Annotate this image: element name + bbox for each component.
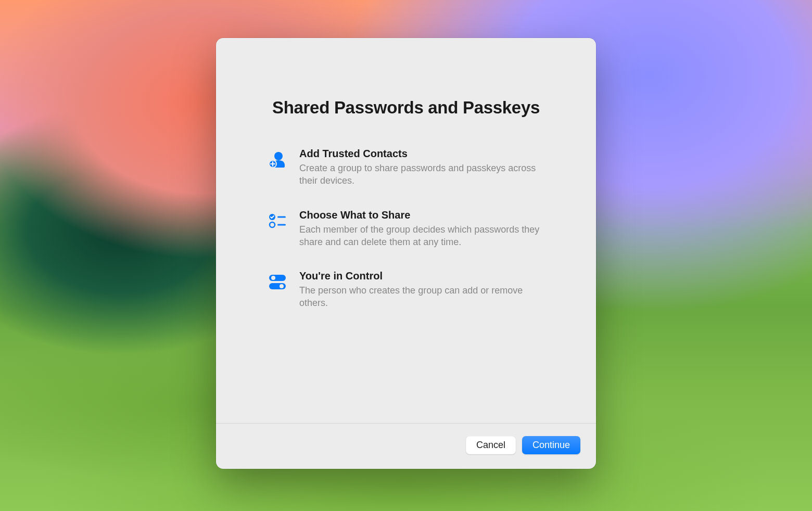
feature-control: You're in Control The person who creates… <box>268 270 544 310</box>
feature-text: Add Trusted Contacts Create a group to s… <box>299 148 544 187</box>
feature-add-contacts: Add Trusted Contacts Create a group to s… <box>268 148 544 187</box>
dialog-footer: Cancel Continue <box>216 423 596 469</box>
shared-passwords-dialog: Shared Passwords and Passkeys Add Truste… <box>216 38 596 469</box>
feature-title: Add Trusted Contacts <box>299 148 544 160</box>
cancel-button[interactable]: Cancel <box>466 436 516 454</box>
feature-description: The person who creates the group can add… <box>299 284 544 310</box>
svg-point-7 <box>271 276 275 280</box>
svg-rect-3 <box>277 216 286 218</box>
checklist-icon <box>268 211 287 230</box>
svg-rect-5 <box>277 224 286 225</box>
feature-text: You're in Control The person who creates… <box>299 270 544 310</box>
toggles-icon <box>268 272 287 291</box>
feature-choose-share: Choose What to Share Each member of the … <box>268 209 544 249</box>
svg-point-9 <box>280 284 284 288</box>
svg-point-0 <box>274 152 283 160</box>
feature-description: Each member of the group decides which p… <box>299 223 544 249</box>
continue-button[interactable]: Continue <box>522 436 580 454</box>
feature-text: Choose What to Share Each member of the … <box>299 209 544 249</box>
feature-description: Create a group to share passwords and pa… <box>299 162 544 187</box>
dialog-title: Shared Passwords and Passkeys <box>268 98 544 118</box>
person-add-icon <box>268 150 287 169</box>
feature-title: Choose What to Share <box>299 209 544 221</box>
feature-title: You're in Control <box>299 270 544 282</box>
dialog-content: Shared Passwords and Passkeys Add Truste… <box>216 38 596 423</box>
svg-point-4 <box>270 222 275 227</box>
